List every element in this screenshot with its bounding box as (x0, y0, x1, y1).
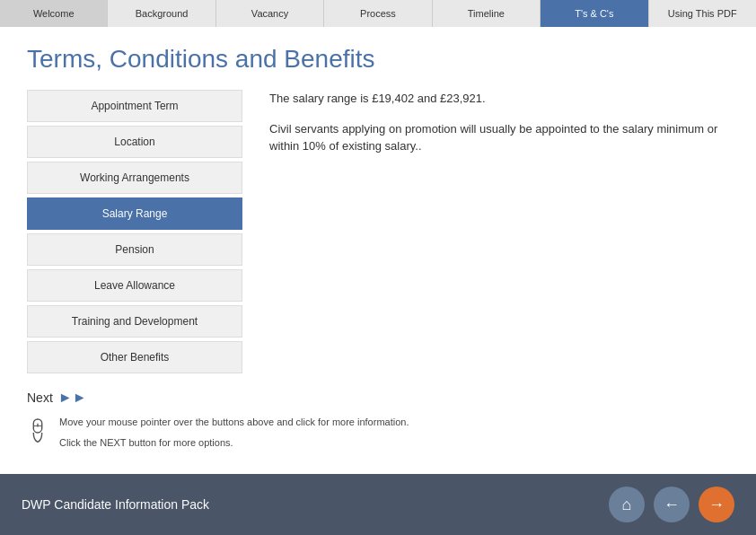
footer-nav: ⌂ ← → (609, 487, 734, 522)
sidebar-item-working-arrangements[interactable]: Working Arrangements (27, 162, 242, 194)
sidebar-item-other-benefits[interactable]: Other Benefits (27, 341, 242, 373)
sidebar-item-training-and-development[interactable]: Training and Development (27, 305, 242, 338)
page-title: Terms, Conditions and Benefits (27, 45, 729, 74)
home-button[interactable]: ⌂ (609, 487, 645, 522)
sidebar-item-leave-allowance[interactable]: Leave Allowance (27, 269, 242, 302)
nav-item-vacancy[interactable]: Vacancy (216, 0, 324, 27)
footer-title: DWP Candidate Information Pack (22, 497, 209, 512)
back-button[interactable]: ← (654, 487, 690, 522)
mouse-icon (27, 418, 48, 447)
salary-line2: Civil servants applying on promotion wil… (269, 120, 729, 155)
next-area: Next ►► (27, 390, 729, 406)
nav-item-background[interactable]: Background (108, 0, 215, 27)
info-area: Move your mouse pointer over the buttons… (27, 415, 729, 450)
sidebar-item-salary-range[interactable]: Salary Range (27, 197, 242, 230)
sidebar-item-pension[interactable]: Pension (27, 233, 242, 266)
main-content: Terms, Conditions and Benefits Appointme… (0, 27, 756, 459)
nav-item-timeline[interactable]: Timeline (433, 0, 541, 27)
sidebar-item-appointment-term[interactable]: Appointment Term (27, 90, 242, 122)
forward-button[interactable]: → (699, 487, 734, 522)
nav-item-ts-&-cs[interactable]: T's & C's (541, 0, 648, 27)
next-label: Next (27, 390, 53, 405)
info-text-block: Move your mouse pointer over the buttons… (59, 415, 409, 450)
content-area: Appointment TermLocationWorking Arrangem… (27, 90, 729, 377)
next-arrows: ►► (58, 390, 87, 406)
nav-item-process[interactable]: Process (324, 0, 432, 27)
footer: DWP Candidate Information Pack ⌂ ← → (0, 474, 756, 535)
salary-line1: The salary range is £19,402 and £23,921. (269, 90, 729, 108)
info-line2: Click the NEXT button for more options. (59, 435, 409, 451)
next-button[interactable]: Next ►► (27, 390, 86, 406)
top-nav: WelcomeBackgroundVacancyProcessTimelineT… (0, 0, 756, 27)
sidebar-item-location[interactable]: Location (27, 126, 242, 158)
sidebar-menu: Appointment TermLocationWorking Arrangem… (27, 90, 242, 377)
info-line1: Move your mouse pointer over the buttons… (59, 415, 409, 430)
right-panel: The salary range is £19,402 and £23,921.… (260, 90, 729, 377)
nav-item-using-this-pdf[interactable]: Using This PDF (649, 0, 756, 27)
nav-item-welcome[interactable]: Welcome (0, 0, 108, 27)
